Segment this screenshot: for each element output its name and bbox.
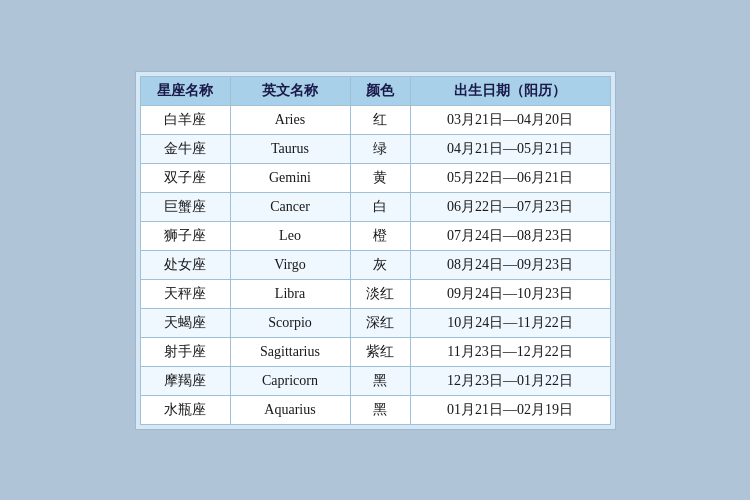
cell-date: 04月21日—05月21日 (410, 134, 610, 163)
cell-chinese: 天秤座 (140, 279, 230, 308)
cell-english: Libra (230, 279, 350, 308)
table-row: 白羊座Aries红03月21日—04月20日 (140, 105, 610, 134)
cell-english: Aries (230, 105, 350, 134)
cell-color: 黑 (350, 395, 410, 424)
cell-color: 绿 (350, 134, 410, 163)
header-chinese: 星座名称 (140, 76, 230, 105)
cell-english: Taurus (230, 134, 350, 163)
cell-chinese: 巨蟹座 (140, 192, 230, 221)
cell-date: 07月24日—08月23日 (410, 221, 610, 250)
cell-date: 06月22日—07月23日 (410, 192, 610, 221)
cell-color: 黄 (350, 163, 410, 192)
table-row: 处女座Virgo灰08月24日—09月23日 (140, 250, 610, 279)
table-row: 巨蟹座Cancer白06月22日—07月23日 (140, 192, 610, 221)
table-row: 摩羯座Capricorn黑12月23日—01月22日 (140, 366, 610, 395)
cell-english: Leo (230, 221, 350, 250)
cell-date: 12月23日—01月22日 (410, 366, 610, 395)
cell-chinese: 白羊座 (140, 105, 230, 134)
cell-english: Aquarius (230, 395, 350, 424)
cell-chinese: 金牛座 (140, 134, 230, 163)
cell-date: 10月24日—11月22日 (410, 308, 610, 337)
cell-english: Sagittarius (230, 337, 350, 366)
header-date: 出生日期（阳历） (410, 76, 610, 105)
cell-english: Virgo (230, 250, 350, 279)
zodiac-table-container: 星座名称 英文名称 颜色 出生日期（阳历） 白羊座Aries红03月21日—04… (135, 71, 616, 430)
cell-chinese: 水瓶座 (140, 395, 230, 424)
table-header-row: 星座名称 英文名称 颜色 出生日期（阳历） (140, 76, 610, 105)
table-row: 双子座Gemini黄05月22日—06月21日 (140, 163, 610, 192)
cell-date: 08月24日—09月23日 (410, 250, 610, 279)
table-row: 水瓶座Aquarius黑01月21日—02月19日 (140, 395, 610, 424)
cell-english: Gemini (230, 163, 350, 192)
cell-color: 深红 (350, 308, 410, 337)
cell-date: 11月23日—12月22日 (410, 337, 610, 366)
cell-color: 红 (350, 105, 410, 134)
table-row: 射手座Sagittarius紫红11月23日—12月22日 (140, 337, 610, 366)
table-row: 天秤座Libra淡红09月24日—10月23日 (140, 279, 610, 308)
table-row: 天蝎座Scorpio深红10月24日—11月22日 (140, 308, 610, 337)
cell-color: 黑 (350, 366, 410, 395)
cell-chinese: 处女座 (140, 250, 230, 279)
cell-date: 03月21日—04月20日 (410, 105, 610, 134)
zodiac-table: 星座名称 英文名称 颜色 出生日期（阳历） 白羊座Aries红03月21日—04… (140, 76, 611, 425)
cell-color: 白 (350, 192, 410, 221)
cell-english: Capricorn (230, 366, 350, 395)
cell-color: 淡红 (350, 279, 410, 308)
cell-date: 01月21日—02月19日 (410, 395, 610, 424)
cell-color: 灰 (350, 250, 410, 279)
cell-english: Cancer (230, 192, 350, 221)
header-english: 英文名称 (230, 76, 350, 105)
header-color: 颜色 (350, 76, 410, 105)
cell-chinese: 射手座 (140, 337, 230, 366)
cell-color: 橙 (350, 221, 410, 250)
cell-chinese: 摩羯座 (140, 366, 230, 395)
cell-date: 05月22日—06月21日 (410, 163, 610, 192)
table-row: 狮子座Leo橙07月24日—08月23日 (140, 221, 610, 250)
cell-color: 紫红 (350, 337, 410, 366)
cell-chinese: 狮子座 (140, 221, 230, 250)
cell-english: Scorpio (230, 308, 350, 337)
table-row: 金牛座Taurus绿04月21日—05月21日 (140, 134, 610, 163)
cell-chinese: 双子座 (140, 163, 230, 192)
cell-date: 09月24日—10月23日 (410, 279, 610, 308)
cell-chinese: 天蝎座 (140, 308, 230, 337)
